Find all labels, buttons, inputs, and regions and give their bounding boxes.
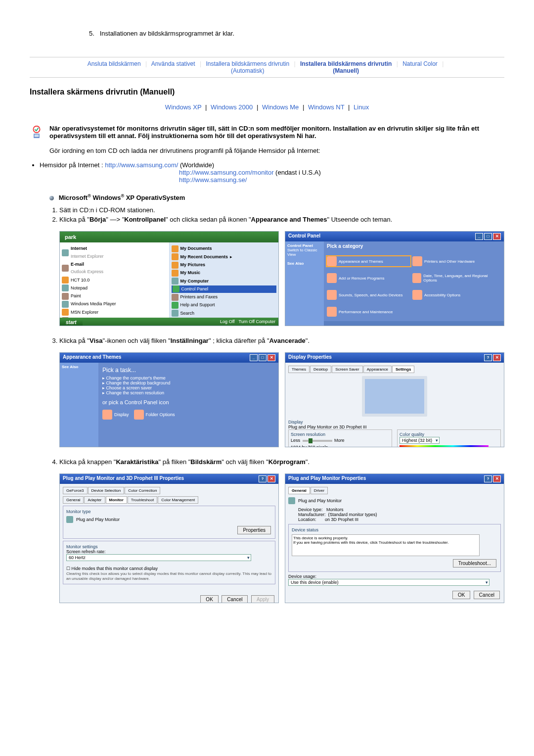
top-installation-step: 5. Installationen av bildskärmsprogramme… (89, 30, 504, 37)
steps-list-1: Sätt in CD:n i CD-ROM stationen. Klicka … (59, 206, 504, 223)
os-link-me[interactable]: Windows Me (262, 103, 299, 111)
tab-troubleshoot[interactable]: Troubleshoot (128, 496, 157, 504)
resolution-slider[interactable] (309, 438, 312, 443)
nav-install-driver-manual[interactable]: Installera bildskärmens drivrutin (Manue… (300, 60, 392, 74)
close-icon[interactable]: ✕ (267, 354, 275, 361)
maximize-icon[interactable]: □ (259, 354, 267, 361)
tab-color-management[interactable]: Color Management (158, 496, 198, 504)
screenshot-monitor-adapter-properties: Plug and Play Monitor and 3D Prophet III… (59, 473, 279, 603)
minimize-icon[interactable]: _ (250, 354, 258, 361)
category-printers[interactable]: Printers and Other Hardware (424, 259, 475, 264)
cancel-button[interactable]: Cancel (222, 595, 248, 603)
notepad-icon (62, 284, 69, 291)
url-samsung-se[interactable]: http://www.samsung.se/ (179, 176, 247, 184)
sites-list-item: Hemsidor på Internet : http://www.samsun… (40, 161, 504, 184)
task-link[interactable]: Change the desktop background (106, 380, 171, 385)
hide-modes-checkbox[interactable]: ☐ Hide modes that this monitor cannot di… (66, 566, 158, 571)
tab-device-selection[interactable]: Device Selection (88, 487, 125, 494)
cancel-button[interactable]: Cancel (474, 591, 500, 599)
step-item: Klicka på knappen "Karaktäristika" på fl… (59, 458, 504, 466)
start-button[interactable]: start (60, 319, 83, 326)
sites-list: Hemsidor på Internet : http://www.samsun… (40, 161, 504, 184)
close-icon[interactable]: ✕ (493, 354, 501, 361)
help-icon[interactable]: ? (259, 475, 267, 482)
cpl-icon-display[interactable]: Display (114, 412, 129, 417)
device-usage-select[interactable]: Use this device (enable) (288, 579, 490, 586)
folder-icon (172, 245, 178, 252)
ok-button[interactable]: OK (452, 591, 470, 599)
addremove-icon (327, 273, 337, 283)
cpl-icon-folder-options[interactable]: Folder Options (146, 412, 175, 417)
nav-separator: | (142, 60, 150, 67)
logoff-button[interactable]: Log Off (220, 319, 234, 324)
category-appearance[interactable]: Appearance and Themes (339, 259, 383, 264)
tab-screensaver[interactable]: Screen Saver (332, 366, 362, 373)
ok-button[interactable]: OK (200, 595, 218, 603)
computer-icon (172, 278, 178, 284)
os-link-2000[interactable]: Windows 2000 (211, 103, 253, 111)
url-samsung-monitor[interactable]: http://www.samsung.com/monitor (179, 169, 273, 176)
tab-appearance[interactable]: Appearance (363, 366, 392, 373)
screenshot-appearance-themes: Appearance and Themes _□✕ See Also Pick … (59, 352, 279, 447)
close-icon[interactable]: ✕ (493, 233, 501, 240)
tab-color-correction[interactable]: Color Correction (125, 487, 160, 494)
category-accessibility[interactable]: Accessibility Options (424, 293, 460, 297)
turnoff-button[interactable]: Turn Off Computer (238, 319, 275, 324)
performance-icon (327, 307, 337, 317)
screenshot-driver-properties: Plug and Play Monitor Properties ?✕ Gene… (285, 473, 504, 603)
display-icon (102, 410, 112, 420)
task-link[interactable]: Change the computer's theme (106, 376, 166, 380)
printers-icon (172, 294, 178, 301)
tab-themes[interactable]: Themes (288, 366, 310, 373)
task-link[interactable]: Choose a screen saver (106, 385, 152, 390)
steps-list-2: Klicka på "Visa"-ikonen och välj fliken … (59, 337, 504, 344)
nav-install-driver-auto[interactable]: Installera bildskärmens drivrutin (Autom… (206, 60, 289, 74)
category-sounds[interactable]: Sounds, Speech, and Audio Devices (339, 293, 402, 297)
nav-use-stand[interactable]: Använda stativet (151, 60, 195, 67)
ie-icon (62, 249, 69, 256)
pick-a-task-title: Pick a task... (102, 367, 274, 374)
nav-natural-color[interactable]: Natural Color (402, 60, 438, 67)
paint-icon (62, 293, 69, 300)
nav-connect-monitor[interactable]: Ansluta bildskärmen (88, 60, 141, 67)
category-performance[interactable]: Performance and Maintenance (339, 310, 393, 314)
monitor-icon (66, 516, 73, 523)
tab-geforce[interactable]: GeForce3 (63, 487, 88, 494)
tab-general[interactable]: General (288, 487, 310, 494)
os-link-nt[interactable]: Windows NT (308, 103, 344, 111)
minimize-icon[interactable]: _ (475, 233, 483, 240)
folder-icon (172, 270, 178, 277)
color-quality-select[interactable]: Highest (32 bit) (400, 437, 440, 444)
task-link[interactable]: Change the screen resolution (106, 390, 165, 395)
nav-separator: | (291, 60, 298, 67)
step-item: Sätt in CD:n i CD-ROM stationen. (59, 206, 504, 214)
os-link-linux[interactable]: Linux (354, 103, 369, 111)
properties-button[interactable]: Properties (237, 526, 271, 534)
tab-monitor[interactable]: Monitor (106, 496, 127, 504)
info-block: När operativsystemet för monitorns drivr… (30, 125, 504, 154)
troubleshoot-button[interactable]: Troubleshoot... (453, 559, 496, 567)
printers-icon (412, 256, 422, 266)
nav-separator: | (394, 60, 401, 67)
info-download-note: Gör iordning en tom CD och ladda ner dri… (49, 147, 320, 154)
category-addremove[interactable]: Add or Remove Programs (339, 276, 384, 281)
help-icon[interactable]: ? (484, 475, 492, 482)
tab-general[interactable]: General (63, 496, 84, 504)
regional-icon (412, 273, 421, 283)
info-text: När operativsystemet för monitorns drivr… (49, 125, 504, 154)
close-icon[interactable]: ✕ (493, 475, 501, 482)
apply-button[interactable]: Apply (251, 595, 274, 603)
tab-settings[interactable]: Settings (392, 366, 415, 373)
monitor-icon (288, 497, 295, 504)
tab-desktop[interactable]: Desktop (310, 366, 331, 373)
close-icon[interactable]: ✕ (267, 475, 275, 482)
step-item: Klicka på "Börja" —> "Kontrollpanel" och… (59, 216, 504, 223)
category-regional[interactable]: Date, Time, Language, and Regional Optio… (423, 274, 496, 283)
url-samsung-global[interactable]: http://www.samsung.com/ (105, 161, 178, 169)
tab-driver[interactable]: Driver (311, 487, 328, 494)
os-link-xp[interactable]: Windows XP (165, 103, 201, 111)
refresh-rate-select[interactable]: 60 Hertz (66, 554, 251, 561)
help-icon[interactable]: ? (484, 354, 492, 361)
tab-adapter[interactable]: Adapter (84, 496, 105, 504)
maximize-icon[interactable]: □ (484, 233, 492, 240)
